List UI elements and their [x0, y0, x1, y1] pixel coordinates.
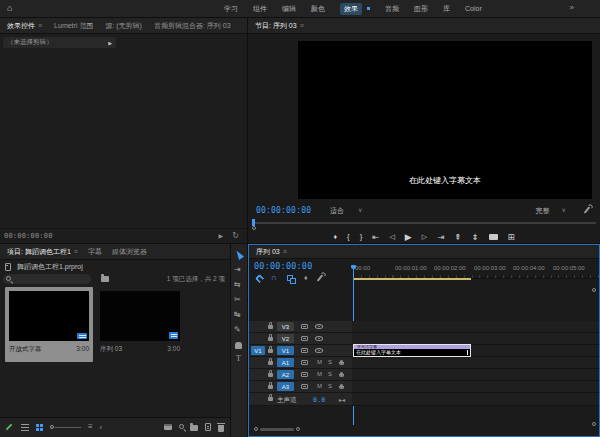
slip-tool-icon[interactable]: ↹	[234, 310, 241, 319]
track-content[interactable]	[352, 321, 599, 333]
lock-icon[interactable]	[268, 349, 273, 353]
mute-button[interactable]: M	[317, 359, 322, 365]
source-patch-v1[interactable]: V1	[251, 346, 265, 355]
solo-button[interactable]: S	[328, 371, 332, 377]
track-select-forward-tool-icon[interactable]: ⇥	[234, 265, 241, 274]
program-scrubber[interactable]	[252, 219, 596, 228]
selection-tool-icon[interactable]	[234, 249, 244, 260]
panel-menu-icon[interactable]: ≡	[74, 248, 78, 255]
program-settings-icon[interactable]	[584, 206, 591, 213]
track-output-eye-icon[interactable]	[315, 348, 323, 353]
workspace-tab-audio[interactable]: 音频	[385, 4, 399, 14]
button-editor-icon[interactable]: ⊞	[508, 232, 515, 242]
nest-toggle-icon[interactable]	[287, 275, 293, 281]
expand-arrow-icon[interactable]: ▶	[108, 40, 112, 46]
type-tool-icon[interactable]: T	[236, 354, 241, 363]
lock-icon[interactable]	[268, 397, 273, 401]
extract-icon[interactable]: ⇟	[471, 232, 478, 242]
voiceover-mic-icon[interactable]	[340, 360, 343, 364]
tab-lumetri-scopes[interactable]: Lumetri 范围	[54, 21, 93, 31]
lock-icon[interactable]	[268, 325, 273, 329]
workspace-tab-graphics[interactable]: 图形	[414, 4, 428, 14]
go-to-out-icon[interactable]: ⇥	[437, 232, 444, 242]
item-name[interactable]: 开放式字幕	[9, 345, 42, 354]
tab-source-monitor[interactable]: 源: (无剪辑)	[105, 21, 142, 31]
project-item-sequence[interactable]: 序列 03 3:00	[96, 287, 184, 362]
time-ruler[interactable]: 00:00 00:00:01:00 00:00:02:00 00:00:03:0…	[353, 265, 599, 279]
tab-captions[interactable]: 字幕	[88, 247, 102, 257]
track-content[interactable]	[352, 357, 599, 369]
lock-icon[interactable]	[268, 385, 273, 389]
sync-lock-icon[interactable]	[301, 348, 308, 353]
timeline-timecode[interactable]: 00:00:00:00	[254, 261, 313, 271]
horizontal-scrollbar[interactable]	[260, 428, 294, 431]
tab-sequence[interactable]: 序列 03 ≡	[256, 247, 287, 257]
playback-resolution-select[interactable]: 完整 ∨	[536, 206, 566, 216]
sync-lock-icon[interactable]	[301, 336, 308, 341]
lock-icon[interactable]	[268, 337, 273, 341]
sync-lock-icon[interactable]	[301, 372, 308, 377]
razor-tool-icon[interactable]: ✂	[234, 295, 241, 304]
project-search-box[interactable]	[3, 274, 91, 284]
track-content[interactable]	[352, 393, 599, 406]
vertical-scroll-top-handle[interactable]	[592, 288, 596, 292]
lift-icon[interactable]: ⇞	[454, 232, 461, 242]
track-output-eye-icon[interactable]	[315, 324, 323, 329]
zoom-slider-handle[interactable]	[50, 425, 54, 429]
mute-button[interactable]: M	[317, 371, 322, 377]
step-forward-icon[interactable]: ▷	[422, 233, 427, 241]
play-audio-only-icon[interactable]: ▶	[218, 232, 223, 239]
panel-menu-icon[interactable]: ≡	[38, 22, 42, 29]
track-name-button[interactable]: A3	[277, 382, 294, 391]
filter-bin-icon[interactable]	[101, 276, 109, 282]
tab-audio-clip-mixer[interactable]: 音频剪辑混合器: 序列 03	[154, 21, 231, 31]
keyframe-nav-icon[interactable]: ▸◂	[339, 396, 345, 403]
workspace-overflow-icon[interactable]: »	[570, 3, 574, 12]
sync-lock-icon[interactable]	[301, 384, 308, 389]
playhead-head[interactable]	[351, 265, 356, 269]
workspace-tab-libraries[interactable]: 库	[443, 4, 450, 14]
tab-effect-controls[interactable]: 效果控件 ≡	[7, 21, 42, 31]
project-writable-icon[interactable]	[5, 423, 12, 430]
solo-button[interactable]: S	[328, 359, 332, 365]
mark-in-icon[interactable]: {	[347, 232, 350, 241]
track-name-button[interactable]: V3	[277, 322, 294, 331]
ripple-edit-tool-icon[interactable]: ⇆	[234, 280, 241, 289]
tab-program-monitor[interactable]: 节目: 序列 03 ≡	[255, 21, 304, 31]
mark-out-icon[interactable]: }	[360, 232, 363, 241]
search-input[interactable]	[14, 274, 86, 284]
timeline-settings-icon[interactable]	[317, 274, 324, 281]
item-name[interactable]: 序列 03	[100, 345, 122, 354]
sync-lock-icon[interactable]	[301, 324, 308, 329]
track-name-button[interactable]: A1	[277, 358, 294, 367]
track-content[interactable]	[352, 381, 599, 393]
solo-button[interactable]: S	[328, 383, 332, 389]
horizontal-scroll-left-handle[interactable]	[254, 427, 258, 431]
loop-playback-icon[interactable]: ↻	[232, 231, 239, 240]
project-breadcrumb[interactable]: 舞蹈调色工程1.prproj	[5, 261, 83, 272]
hand-tool-icon[interactable]	[235, 342, 242, 349]
track-content[interactable]	[352, 369, 599, 381]
workspace-tab-editing[interactable]: 编辑	[282, 4, 296, 14]
zoom-level-select[interactable]: 适合 ∨	[330, 206, 362, 216]
lock-icon[interactable]	[268, 373, 273, 377]
tab-media-browser[interactable]: 媒体浏览器	[112, 247, 147, 257]
track-output-eye-icon[interactable]	[315, 336, 323, 341]
voiceover-mic-icon[interactable]	[340, 372, 343, 376]
panel-menu-icon[interactable]: ≡	[300, 22, 304, 29]
workspace-tab-assembly[interactable]: 组件	[253, 4, 267, 14]
find-icon[interactable]	[179, 424, 184, 429]
workspace-tab-color-custom[interactable]: Color	[465, 5, 482, 12]
panel-menu-icon[interactable]: ≡	[283, 248, 287, 255]
voiceover-mic-icon[interactable]	[340, 384, 343, 388]
mute-button[interactable]: M	[317, 383, 322, 389]
new-bin-icon[interactable]	[190, 425, 198, 431]
home-icon[interactable]: ⌂	[7, 3, 12, 13]
zoom-slider-track[interactable]	[55, 427, 81, 428]
new-item-icon[interactable]	[205, 423, 211, 431]
sync-lock-icon[interactable]	[301, 360, 308, 365]
track-name-button[interactable]: V2	[277, 334, 294, 343]
list-view-icon[interactable]	[21, 424, 29, 431]
workspace-tab-learning[interactable]: 学习	[224, 4, 238, 14]
lock-icon[interactable]	[268, 361, 273, 365]
